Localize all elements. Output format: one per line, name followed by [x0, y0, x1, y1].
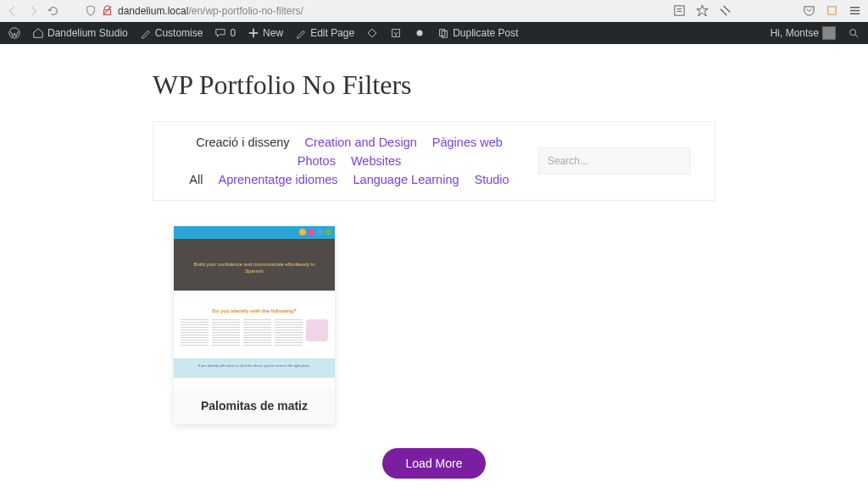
svg-rect-1: [675, 6, 684, 15]
filter-cat[interactable]: Studio: [475, 173, 509, 186]
wp-search-icon[interactable]: [848, 27, 860, 39]
wp-logo[interactable]: [8, 27, 20, 39]
extension-icon[interactable]: [826, 4, 838, 17]
edit-page-label: Edit Page: [310, 27, 354, 39]
card-title: Palomitas de matiz: [174, 387, 335, 424]
filter-cat[interactable]: Creation and Design: [305, 136, 417, 149]
comments-count: 0: [230, 27, 236, 39]
svg-point-14: [417, 30, 423, 36]
portfolio-card[interactable]: Build your confidence and communicate ef…: [174, 226, 335, 424]
reload-button[interactable]: [47, 5, 59, 17]
search-input[interactable]: Search...: [538, 147, 691, 174]
search-placeholder: Search...: [548, 155, 588, 167]
page-title: WP Portfolio No Filters: [153, 69, 715, 101]
url-bar[interactable]: dandelium.local/en/wp-portfolio-no-filte…: [85, 5, 546, 17]
page-content: WP Portfolio No Filters Creació i dissen…: [0, 44, 868, 479]
greeting-label: Hi, Montse: [771, 27, 819, 39]
filter-cat[interactable]: Language Learning: [353, 173, 459, 186]
filter-cat-all[interactable]: All: [189, 173, 203, 186]
url-text: dandelium.local/en/wp-portfolio-no-filte…: [118, 5, 303, 17]
browser-toolbar: dandelium.local/en/wp-portfolio-no-filte…: [0, 0, 868, 22]
menu-icon[interactable]: [849, 4, 861, 17]
comments-link[interactable]: 0: [214, 27, 236, 39]
tool-icon[interactable]: [719, 4, 732, 17]
svg-line-18: [855, 35, 859, 38]
duplicate-label: Duplicate Post: [453, 27, 518, 39]
portfolio-grid: Build your confidence and communicate ef…: [153, 226, 715, 424]
site-name-label: Dandelium Studio: [47, 27, 128, 39]
new-label: New: [263, 27, 283, 39]
card-thumbnail: Build your confidence and communicate ef…: [174, 226, 335, 387]
shield-icon: [85, 5, 97, 17]
bookmark-icon[interactable]: [696, 4, 709, 17]
customise-link[interactable]: Customise: [140, 27, 203, 39]
filter-cat[interactable]: Aprenentatge idiomes: [218, 173, 337, 186]
svg-point-17: [850, 30, 856, 36]
svg-rect-4: [828, 7, 836, 14]
site-name-link[interactable]: Dandelium Studio: [32, 27, 128, 39]
filter-cat[interactable]: Photos: [298, 154, 336, 168]
new-link[interactable]: New: [248, 27, 283, 39]
forward-button[interactable]: [27, 5, 39, 17]
back-button[interactable]: [7, 5, 19, 17]
wp-admin-bar: Dandelium Studio Customise 0 New Edit Pa…: [0, 22, 868, 44]
svg-rect-11: [368, 29, 376, 37]
reader-icon[interactable]: [673, 4, 686, 17]
user-greeting[interactable]: Hi, Montse: [771, 26, 836, 40]
chrome-right-controls: [673, 4, 861, 17]
filter-categories: Creació i disseny Creation and Design Pà…: [177, 136, 521, 186]
pocket-icon[interactable]: [803, 4, 815, 17]
edit-page-link[interactable]: Edit Page: [295, 27, 354, 39]
yoast-icon[interactable]: Y: [390, 27, 402, 39]
thumb-hero-text: Build your confidence and communicate ef…: [174, 262, 335, 275]
duplicate-post-link[interactable]: Duplicate Post: [437, 27, 518, 39]
load-more-button[interactable]: Load More: [382, 448, 487, 479]
status-dot-icon[interactable]: [414, 27, 426, 39]
thumb-band-text: If you identify with some or all of the …: [174, 363, 335, 368]
portfolio-filter-box: Creació i disseny Creation and Design Pà…: [153, 121, 715, 201]
customise-label: Customise: [155, 27, 203, 39]
filter-cat[interactable]: Websites: [351, 154, 401, 168]
svg-text:Y: Y: [394, 30, 399, 38]
avatar: [822, 26, 836, 40]
theme-builder-icon[interactable]: [366, 27, 378, 39]
filter-cat[interactable]: Creació i disseny: [196, 136, 289, 149]
nav-controls: [7, 5, 59, 17]
thumb-subhead: Do you identify with the following?: [174, 308, 335, 313]
lock-icon: [102, 5, 113, 16]
filter-cat[interactable]: Pàgines web: [432, 136, 503, 149]
